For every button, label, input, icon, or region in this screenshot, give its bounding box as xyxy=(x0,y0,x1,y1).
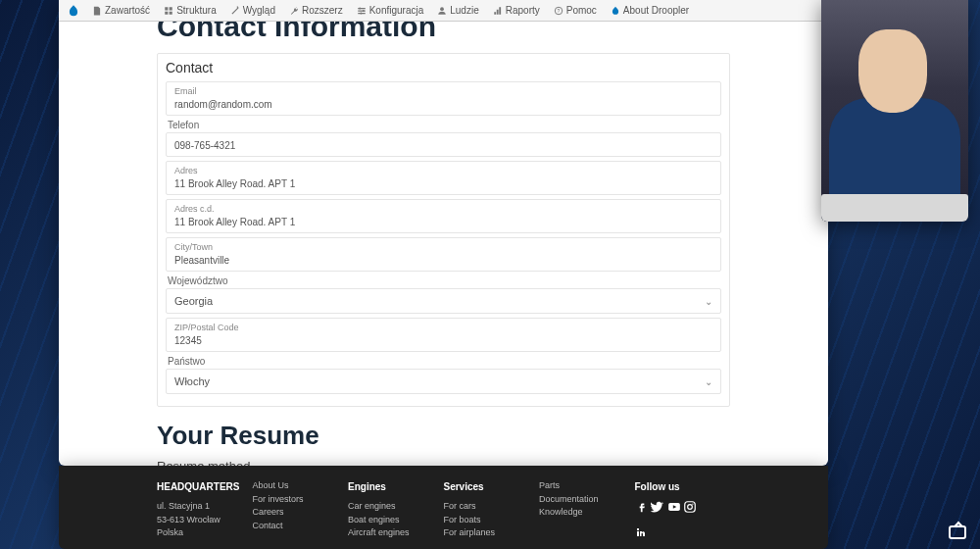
email-field-wrap: Email xyxy=(166,81,721,116)
footer-heading: Engines xyxy=(348,479,444,494)
footer-link[interactable]: Parts xyxy=(539,479,635,493)
toolbar-label: Zawartość xyxy=(105,5,150,16)
section-heading-contact-info: Contact Information xyxy=(157,22,730,43)
email-input[interactable] xyxy=(174,99,712,110)
wrench-icon xyxy=(289,6,299,16)
city-label: City/Town xyxy=(174,242,712,252)
chevron-down-icon: ⌄ xyxy=(705,296,712,307)
toolbar-appearance[interactable]: Wygląd xyxy=(224,5,281,16)
admin-toolbar: Zawartość Struktura Wygląd Rozszerz Konf… xyxy=(59,0,828,22)
svg-point-2 xyxy=(360,12,362,14)
city-field-wrap: City/Town xyxy=(166,237,721,272)
twitter-icon[interactable] xyxy=(651,506,667,516)
footer-col-about: About Us For investors Careers Contact xyxy=(253,479,349,549)
footer-col-hq: HEADQUARTERS ul. Stacyjna 1 53-613 Wrocł… xyxy=(157,479,253,549)
wand-icon xyxy=(230,6,240,16)
phone-field-wrap xyxy=(166,132,721,157)
footer-heading: HEADQUARTERS xyxy=(157,479,253,494)
state-select[interactable]: Georgia ⌄ xyxy=(166,288,721,314)
webcam-overlay xyxy=(821,0,968,222)
toolbar-structure[interactable]: Struktura xyxy=(158,5,222,16)
toolbar-reports[interactable]: Raporty xyxy=(487,5,546,16)
country-select[interactable]: Włochy ⌄ xyxy=(166,369,721,394)
contact-panel-title: Contact xyxy=(166,60,721,75)
zip-label: ZIP/Postal Code xyxy=(174,323,712,332)
toolbar-help[interactable]: ? Pomoc xyxy=(548,5,603,16)
toolbar-label: Wygląd xyxy=(243,5,275,16)
file-icon xyxy=(92,6,102,16)
footer-link[interactable]: Aircraft engines xyxy=(348,526,444,540)
footer-heading: Services xyxy=(444,479,540,494)
address2-input[interactable] xyxy=(174,217,712,227)
toolbar-content[interactable]: Zawartość xyxy=(86,5,156,16)
footer-link[interactable]: For airplanes xyxy=(444,526,540,540)
address-label: Adres xyxy=(174,166,712,175)
toolbar-label: Struktura xyxy=(176,5,217,16)
state-group-label: Województwo xyxy=(168,275,721,286)
footer-link[interactable]: Careers xyxy=(253,506,349,520)
footer-link[interactable]: Contact xyxy=(253,520,349,533)
resume-method-label: Resume method xyxy=(157,459,730,466)
footer-link[interactable]: Knowledge xyxy=(539,506,635,520)
footer-heading: Follow us xyxy=(635,479,731,494)
country-value: Włochy xyxy=(174,375,210,387)
svg-text:?: ? xyxy=(557,7,560,13)
footer-col-parts: Parts Documentation Knowledge xyxy=(539,479,635,549)
linkedin-icon[interactable] xyxy=(635,526,731,543)
zip-field-wrap: ZIP/Postal Code xyxy=(166,318,721,352)
resume-heading: Your Resume xyxy=(157,421,730,451)
tv-icon[interactable] xyxy=(949,525,966,539)
toolbar-config[interactable]: Konfiguracja xyxy=(351,5,430,16)
footer-link[interactable]: Boat engines xyxy=(348,514,444,527)
content-scroll-area[interactable]: Contact Information Contact Email Telefo… xyxy=(59,22,828,466)
droopler-icon xyxy=(611,6,620,16)
chevron-down-icon: ⌄ xyxy=(705,376,712,387)
footer-text: Polska xyxy=(157,526,253,540)
form-page: Contact Information Contact Email Telefo… xyxy=(59,22,828,466)
toolbar-label: Konfiguracja xyxy=(369,5,424,16)
svg-point-9 xyxy=(692,503,693,504)
svg-point-1 xyxy=(363,10,365,12)
city-input[interactable] xyxy=(174,255,712,266)
help-icon: ? xyxy=(554,6,564,16)
address-input[interactable] xyxy=(174,178,712,189)
address2-field-wrap: Adres c.d. xyxy=(166,199,721,233)
footer-link[interactable]: Car engines xyxy=(348,500,444,514)
instagram-icon[interactable] xyxy=(683,506,697,516)
footer-link[interactable]: For investors xyxy=(253,493,349,507)
footer-link[interactable]: For cars xyxy=(444,500,540,514)
sliders-icon xyxy=(357,6,367,16)
footer-text: 53-613 Wrocław xyxy=(157,514,253,527)
facebook-icon[interactable] xyxy=(635,506,652,516)
zip-input[interactable] xyxy=(174,335,712,346)
toolbar-label: Ludzie xyxy=(450,5,478,16)
laptop-edge xyxy=(821,194,968,222)
address2-label: Adres c.d. xyxy=(174,204,712,214)
toolbar-label: Raporty xyxy=(506,5,540,16)
toolbar-about-droopler[interactable]: About Droopler xyxy=(605,5,695,16)
toolbar-extend[interactable]: Rozszerz xyxy=(283,5,349,16)
footer-text: ul. Stacyjna 1 xyxy=(157,500,253,514)
phone-group-label: Telefon xyxy=(168,120,721,130)
drupal-logo-icon[interactable] xyxy=(67,4,80,18)
toolbar-label: Rozszerz xyxy=(302,5,343,16)
toolbar-label: About Droopler xyxy=(623,5,689,16)
footer-link[interactable]: Documentation xyxy=(539,493,635,507)
footer-col-follow: Follow us xyxy=(635,479,731,549)
toolbar-people[interactable]: Ludzie xyxy=(431,5,484,16)
structure-icon xyxy=(164,6,173,16)
footer-col-services: Services For cars For boats For airplane… xyxy=(444,479,540,549)
footer-link[interactable]: For boats xyxy=(444,514,540,527)
state-value: Georgia xyxy=(174,295,213,307)
site-footer: HEADQUARTERS ul. Stacyjna 1 53-613 Wrocł… xyxy=(59,466,828,549)
footer-link[interactable]: About Us xyxy=(253,479,349,493)
footer-col-engines: Engines Car engines Boat engines Aircraf… xyxy=(348,479,444,549)
address-field-wrap: Adres xyxy=(166,161,721,195)
svg-rect-7 xyxy=(685,502,696,513)
toolbar-label: Pomoc xyxy=(566,5,597,16)
youtube-icon[interactable] xyxy=(667,506,684,516)
people-icon xyxy=(437,6,447,16)
svg-point-3 xyxy=(440,7,444,11)
contact-panel: Contact Email Telefon Adres Adres c.d. xyxy=(157,53,730,407)
phone-input[interactable] xyxy=(174,140,712,151)
